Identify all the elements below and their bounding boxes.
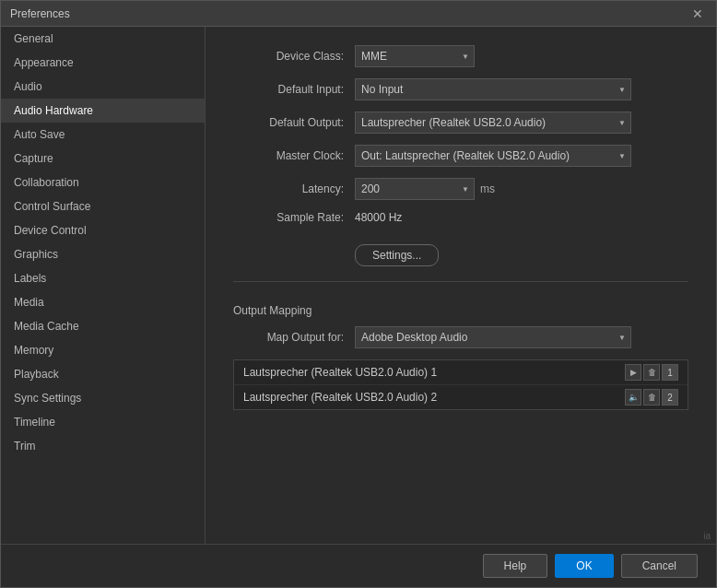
sidebar-item-device-control[interactable]: Device Control [1, 218, 205, 242]
dialog-title: Preferences [10, 7, 70, 20]
sidebar-item-auto-save[interactable]: Auto Save [1, 123, 205, 147]
master-clock-select[interactable]: Out: Lautsprecher (Realtek USB2.0 Audio) [355, 145, 631, 167]
sample-rate-value: 48000 Hz [355, 211, 402, 224]
sidebar-item-timeline[interactable]: Timeline [1, 410, 205, 434]
main-content: Device Class: MME ASIO CoreAudio Default… [206, 27, 716, 544]
settings-button[interactable]: Settings... [355, 244, 439, 266]
master-clock-select-wrapper: Out: Lautsprecher (Realtek USB2.0 Audio) [355, 145, 631, 167]
device-class-label: Device Class: [233, 50, 344, 63]
device-class-select[interactable]: MME ASIO CoreAudio [355, 45, 475, 67]
output-controls-1: ▶ 🗑 1 [625, 364, 678, 381]
dialog-footer: Help OK Cancel [1, 544, 716, 587]
default-output-select-wrapper: Lautsprecher (Realtek USB2.0 Audio) [355, 112, 631, 134]
sidebar-item-sync-settings[interactable]: Sync Settings [1, 386, 205, 410]
section-divider [233, 281, 688, 282]
master-clock-row: Master Clock: Out: Lautsprecher (Realtek… [233, 145, 688, 167]
delete-icon-btn-1[interactable]: 🗑 [643, 364, 660, 381]
sidebar-item-playback[interactable]: Playback [1, 362, 205, 386]
output-controls-2: 🔈 🗑 2 [625, 389, 678, 406]
sidebar-item-capture[interactable]: Capture [1, 147, 205, 171]
help-button[interactable]: Help [483, 554, 548, 578]
default-input-row: Default Input: No Input [233, 78, 688, 100]
output-list-item: Lautsprecher (Realtek USB2.0 Audio) 1 ▶ … [234, 360, 688, 385]
latency-select[interactable]: 200 [355, 178, 475, 200]
dialog-body: GeneralAppearanceAudioAudio HardwareAuto… [1, 27, 716, 544]
default-input-select-wrapper: No Input [355, 78, 631, 100]
device-class-select-wrapper: MME ASIO CoreAudio [355, 45, 475, 67]
output-list: Lautsprecher (Realtek USB2.0 Audio) 1 ▶ … [233, 359, 688, 410]
sidebar-item-general[interactable]: General [1, 27, 205, 51]
title-bar: Preferences ✕ [1, 1, 716, 27]
device-class-row: Device Class: MME ASIO CoreAudio [233, 45, 688, 67]
sidebar-item-labels[interactable]: Labels [1, 266, 205, 290]
output-list-item-label: Lautsprecher (Realtek USB2.0 Audio) 2 [243, 391, 437, 404]
sample-rate-row: Sample Rate: 48000 Hz [233, 211, 688, 224]
sidebar-item-memory[interactable]: Memory [1, 338, 205, 362]
map-output-select[interactable]: Adobe Desktop Audio [355, 326, 631, 348]
preferences-dialog: Preferences ✕ GeneralAppearanceAudioAudi… [0, 0, 717, 588]
sidebar-item-appearance[interactable]: Appearance [1, 51, 205, 75]
default-output-select[interactable]: Lautsprecher (Realtek USB2.0 Audio) [355, 112, 631, 134]
sidebar-item-graphics[interactable]: Graphics [1, 242, 205, 266]
latency-label: Latency: [233, 182, 344, 195]
sidebar-item-media[interactable]: Media [1, 290, 205, 314]
sidebar-item-control-surface[interactable]: Control Surface [1, 194, 205, 218]
sidebar-item-audio[interactable]: Audio [1, 75, 205, 99]
sidebar-item-audio-hardware[interactable]: Audio Hardware [1, 99, 205, 123]
speaker-icon-btn-2[interactable]: 🔈 [625, 389, 641, 406]
ok-button[interactable]: OK [555, 554, 613, 578]
watermark: ia [703, 531, 711, 541]
sidebar-item-trim[interactable]: Trim [1, 434, 205, 458]
default-output-label: Default Output: [233, 116, 344, 129]
map-output-label: Map Output for: [233, 331, 344, 344]
map-output-select-wrapper: Adobe Desktop Audio [355, 326, 631, 348]
output-num-1: 1 [662, 364, 678, 381]
cancel-button[interactable]: Cancel [621, 554, 698, 578]
sidebar: GeneralAppearanceAudioAudio HardwareAuto… [1, 27, 206, 544]
close-button[interactable]: ✕ [688, 6, 707, 22]
latency-row: Latency: 200 ms [233, 178, 688, 200]
output-num-2: 2 [662, 389, 678, 406]
master-clock-label: Master Clock: [233, 149, 344, 162]
play-icon-btn-1[interactable]: ▶ [625, 364, 641, 381]
output-list-item-label: Lautsprecher (Realtek USB2.0 Audio) 1 [243, 366, 437, 379]
output-mapping-section: Output Mapping Map Output for: Adobe Des… [233, 304, 688, 410]
map-output-row: Map Output for: Adobe Desktop Audio [233, 326, 688, 348]
default-output-row: Default Output: Lautsprecher (Realtek US… [233, 112, 688, 134]
delete-icon-btn-2[interactable]: 🗑 [643, 389, 660, 406]
output-mapping-title: Output Mapping [233, 304, 688, 317]
sidebar-item-collaboration[interactable]: Collaboration [1, 171, 205, 194]
sample-rate-label: Sample Rate: [233, 211, 344, 224]
default-input-label: Default Input: [233, 83, 344, 96]
sidebar-item-media-cache[interactable]: Media Cache [1, 314, 205, 338]
default-input-select[interactable]: No Input [355, 78, 631, 100]
output-list-item: Lautsprecher (Realtek USB2.0 Audio) 2 🔈 … [234, 385, 688, 409]
latency-unit: ms [480, 182, 495, 195]
latency-select-wrapper: 200 [355, 178, 475, 200]
